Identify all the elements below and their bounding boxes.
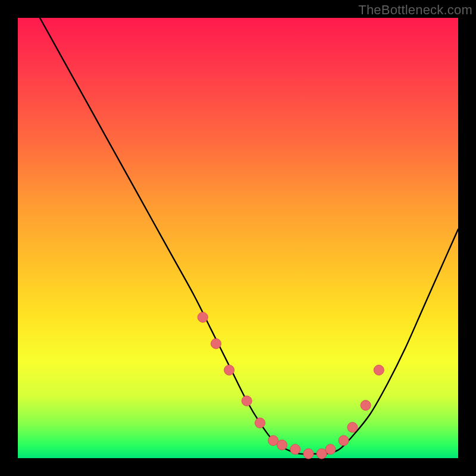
curve-marker (325, 444, 336, 455)
watermark-text: TheBottleneck.com (358, 2, 472, 18)
curve-marker (211, 339, 221, 349)
curve-marker (242, 396, 252, 406)
curve-marker (361, 400, 371, 411)
chart-frame: TheBottleneck.com (0, 0, 476, 476)
plot-area (18, 18, 458, 458)
curve-marker (290, 444, 300, 455)
curve-marker (347, 422, 358, 433)
curve-marker (374, 365, 384, 375)
curve-marker (277, 440, 287, 450)
curve-marker (198, 312, 208, 322)
curve-marker (303, 449, 314, 459)
curve-svg (18, 18, 458, 458)
marker-group (198, 312, 384, 459)
bottleneck-curve-path (40, 18, 458, 454)
curve-marker (339, 436, 349, 446)
curve-marker (255, 418, 265, 428)
curve-marker (224, 365, 234, 375)
